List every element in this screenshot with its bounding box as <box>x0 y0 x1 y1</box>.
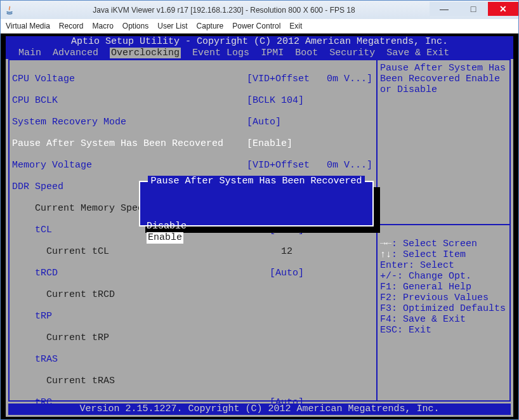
tras-value[interactable] <box>270 354 372 365</box>
bios-area: Aptio Setup Utility - Copyright (C) 2012… <box>1 34 518 419</box>
menu-exit[interactable]: Exit <box>289 22 302 30</box>
java-icon <box>4 5 15 15</box>
menu-virtual-media[interactable]: Virtual Media <box>6 22 50 30</box>
cpu-bclk-label[interactable]: CPU BCLK <box>12 95 247 106</box>
popup-dialog: Pause After System Has Been Recovered Di… <box>139 181 374 226</box>
tab-ipmi[interactable]: IPMI <box>261 48 284 58</box>
maximize-button[interactable]: □ <box>459 2 488 16</box>
cur-tras-label: Current tRAS <box>12 376 281 386</box>
tab-save-exit[interactable]: Save & Exit <box>386 48 449 58</box>
bios-body: CPU Voltage[VID+Offset 0m V...] CPU BCLK… <box>8 59 511 402</box>
window-buttons: — □ ✕ <box>430 4 518 16</box>
menu-capture[interactable]: Capture <box>197 22 224 30</box>
bios-tabs: Main Advanced Overclocking Event Logs IP… <box>6 48 513 59</box>
tab-main[interactable]: Main <box>18 48 41 58</box>
window: Java iKVM Viewer v1.69 r17 [192.168.1.23… <box>0 0 519 420</box>
dialog-title: Pause After System Has Been Recovered <box>140 176 372 187</box>
pause-after-label[interactable]: Pause After System Has Been Recovered <box>12 138 247 149</box>
menu-options[interactable]: Options <box>122 22 148 30</box>
pause-after-value[interactable]: [Enable] <box>247 138 372 149</box>
sys-recovery-value[interactable]: [Auto] <box>247 117 372 128</box>
minimize-button[interactable]: — <box>430 2 459 16</box>
window-title: Java iKVM Viewer v1.69 r17 [192.168.1.23… <box>18 6 430 15</box>
tab-boot[interactable]: Boot <box>295 48 318 58</box>
cur-trcd-value <box>281 289 372 300</box>
menubar: Virtual MediaRecordMacroOptionsUser List… <box>1 19 518 34</box>
cur-tras-value <box>281 376 372 386</box>
trp-label[interactable]: tRP <box>12 311 270 322</box>
mem-voltage-label[interactable]: Memory Voltage <box>12 160 247 171</box>
dialog-option-enable[interactable]: Enable <box>140 232 372 244</box>
menu-power-control[interactable]: Power Control <box>232 22 280 30</box>
cpu-bclk-value[interactable]: [BCLK 104] <box>247 95 372 106</box>
cur-trcd-label: Current tRCD <box>12 289 281 300</box>
tab-security[interactable]: Security <box>329 48 375 58</box>
trp-value[interactable] <box>270 311 372 322</box>
trcd-value[interactable]: [Auto] <box>270 268 372 279</box>
trcd-label[interactable]: tRCD <box>12 268 270 279</box>
help-text: Pause After System Has Been Recovered En… <box>378 60 509 224</box>
tras-label[interactable]: tRAS <box>12 354 270 365</box>
menu-user-list[interactable]: User List <box>157 22 187 30</box>
titlebar: Java iKVM Viewer v1.69 r17 [192.168.1.23… <box>1 1 518 19</box>
tab-event-logs[interactable]: Event Logs <box>192 48 249 58</box>
cpu-voltage-label[interactable]: CPU Voltage <box>12 74 247 84</box>
mem-voltage-value[interactable]: [VID+Offset 0m V...] <box>247 160 372 171</box>
tab-overclocking[interactable]: Overclocking <box>110 48 181 58</box>
close-button[interactable]: ✕ <box>488 2 518 16</box>
menu-macro[interactable]: Macro <box>93 22 114 30</box>
menu-record[interactable]: Record <box>59 22 84 30</box>
dialog-option-disable[interactable]: Disable <box>140 221 372 232</box>
settings-panel: CPU Voltage[VID+Offset 0m V...] CPU BCLK… <box>10 60 376 400</box>
bios-screen: Aptio Setup Utility - Copyright (C) 2012… <box>6 36 513 417</box>
tab-advanced[interactable]: Advanced <box>53 48 98 58</box>
cpu-voltage-value[interactable]: [VID+Offset 0m V...] <box>247 74 372 84</box>
bios-footer: Version 2.15.1227. Copyright (C) 2012 Am… <box>8 404 511 415</box>
cur-trp-label: Current tRP <box>12 332 281 343</box>
cur-trp-value <box>281 332 372 343</box>
bios-header: Aptio Setup Utility - Copyright (C) 2012… <box>6 36 513 48</box>
sys-recovery-label[interactable]: System Recovery Mode <box>12 117 247 128</box>
key-legend: →←: Select Screen ↑↓: Select Item Enter:… <box>378 224 509 400</box>
help-panel: Pause After System Has Been Recovered En… <box>376 60 509 400</box>
